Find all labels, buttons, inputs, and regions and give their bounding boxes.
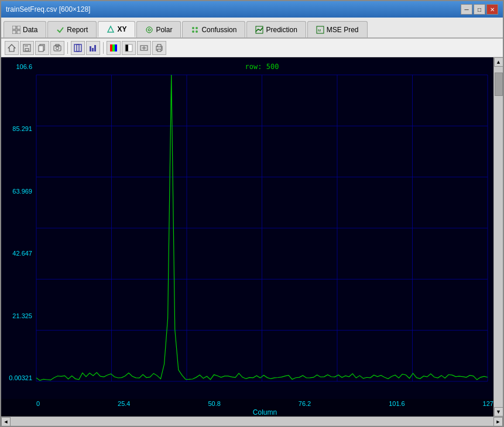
tab-prediction[interactable]: Prediction	[246, 21, 306, 37]
tab-data-label: Data	[23, 26, 37, 34]
svg-point-7	[192, 27, 194, 29]
tab-report-label: Report	[67, 26, 88, 34]
scroll-thumb[interactable]	[495, 73, 503, 96]
x-axis-labels: 0 25.4 50.8 76.2 101.6 127	[36, 399, 493, 408]
svg-rect-19	[39, 46, 43, 51]
tab-polar-label: Polar	[156, 26, 172, 34]
x-label-1: 25.4	[118, 400, 130, 407]
close-button[interactable]: ✕	[486, 4, 498, 15]
y-v3-label: 42.647	[12, 250, 32, 257]
svg-rect-27	[94, 45, 96, 51]
svg-rect-26	[92, 48, 94, 51]
svg-point-6	[148, 29, 150, 31]
svg-rect-30	[115, 44, 117, 51]
svg-point-10	[196, 30, 198, 33]
check-icon	[56, 26, 64, 34]
camera-button[interactable]	[50, 41, 64, 55]
svg-rect-0	[12, 26, 16, 29]
svg-marker-14	[8, 44, 15, 51]
svg-rect-29	[112, 44, 115, 51]
tabs-bar: Data Report XY Polar Con	[1, 18, 503, 39]
vertical-scrollbar[interactable]: ▲ ▼	[493, 57, 503, 416]
scroll-down-button[interactable]: ▼	[494, 407, 503, 416]
svg-rect-31	[125, 44, 128, 51]
x-label-3: 76.2	[299, 400, 311, 407]
scroll-up-button[interactable]: ▲	[494, 57, 503, 67]
svg-marker-4	[108, 26, 114, 32]
minimize-button[interactable]: ─	[461, 4, 472, 15]
svg-rect-39	[157, 49, 161, 51]
bar-button[interactable]	[86, 41, 100, 55]
tab-confussion-label: Confussion	[201, 26, 236, 34]
svg-point-8	[196, 27, 198, 29]
scroll-h-track[interactable]	[11, 417, 493, 426]
window-title: trainSetFreq.csv [600×128]	[6, 5, 90, 13]
horizontal-scrollbar[interactable]: ◄ ►	[1, 416, 503, 426]
window-controls: ─ □ ✕	[461, 4, 498, 15]
x-axis-title: Column	[36, 408, 493, 416]
y-axis-labels: 106.6 85.291 63.969 42.647 21.325 0.0032…	[1, 63, 36, 381]
tab-confussion[interactable]: Confussion	[182, 21, 245, 37]
tab-mse-pred[interactable]: M MSE Pred	[307, 21, 368, 37]
main-window: trainSetFreq.csv [600×128] ─ □ ✕ Data Re…	[0, 0, 504, 427]
svg-text:M: M	[318, 29, 321, 32]
x-label-4: 101.6	[389, 400, 405, 407]
color-button[interactable]	[107, 41, 121, 55]
svg-rect-38	[157, 44, 161, 47]
scroll-right-button[interactable]: ►	[493, 417, 503, 426]
copy-button[interactable]	[35, 41, 49, 55]
svg-rect-16	[25, 44, 28, 47]
x-axis-area: 0 25.4 50.8 76.2 101.6 127 Column	[36, 399, 493, 416]
toolbar	[1, 39, 503, 57]
y-v1-label: 85.291	[12, 125, 32, 132]
svg-point-40	[161, 47, 162, 49]
xy-chart	[1, 57, 493, 399]
svg-point-5	[146, 27, 152, 33]
chart-container: 106.6 85.291 63.969 42.647 21.325 0.0032…	[1, 57, 503, 416]
tab-report[interactable]: Report	[47, 21, 97, 37]
x-label-2: 50.8	[208, 400, 220, 407]
toolbar-sep-2	[103, 42, 104, 54]
svg-rect-17	[25, 49, 29, 51]
scroll-track[interactable]	[494, 67, 503, 407]
scroll-left-button[interactable]: ◄	[1, 417, 11, 426]
y-v4-label: 21.325	[12, 312, 32, 319]
chart-icon	[107, 25, 115, 33]
tab-data[interactable]: Data	[4, 21, 46, 37]
svg-rect-32	[128, 44, 132, 51]
maximize-button[interactable]: □	[474, 4, 485, 15]
x-label-0: 0	[36, 400, 40, 407]
y-max-label: 106.6	[16, 63, 32, 70]
print-button[interactable]	[152, 41, 166, 55]
svg-rect-25	[90, 46, 91, 51]
x-label-5: 127	[483, 400, 493, 407]
tab-prediction-label: Prediction	[266, 26, 297, 34]
svg-rect-2	[12, 30, 16, 34]
title-bar: trainSetFreq.csv [600×128] ─ □ ✕	[1, 1, 503, 18]
svg-point-9	[192, 30, 194, 33]
svg-rect-3	[17, 30, 20, 34]
y-v2-label: 63.969	[12, 188, 32, 195]
tab-xy[interactable]: XY	[98, 21, 135, 37]
svg-point-21	[56, 47, 59, 50]
save-button[interactable]	[20, 41, 34, 55]
tab-polar[interactable]: Polar	[136, 21, 181, 37]
svg-rect-1	[17, 26, 20, 29]
prediction-icon	[255, 26, 263, 34]
zoom-button[interactable]	[71, 41, 85, 55]
y-min-label: 0.00321	[9, 374, 32, 381]
tab-xy-label: XY	[117, 25, 126, 33]
toolbar-sep-1	[67, 42, 68, 54]
mse-icon: M	[316, 26, 324, 34]
confusion-icon	[191, 26, 199, 34]
home-button[interactable]	[5, 41, 19, 55]
svg-rect-28	[110, 44, 112, 51]
label-button[interactable]	[137, 41, 151, 55]
polar-icon	[145, 26, 153, 34]
tab-mse-pred-label: MSE Pred	[327, 26, 359, 34]
grid-icon	[12, 26, 20, 34]
bw-button[interactable]	[122, 41, 136, 55]
